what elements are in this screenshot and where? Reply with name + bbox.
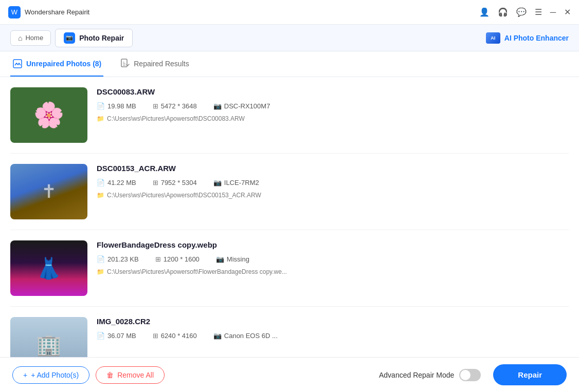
folder-icon: 📁 bbox=[97, 268, 104, 275]
nav-bar: ⌂ Home 📷 Photo Repair AI AI Photo Enhanc… bbox=[0, 25, 579, 51]
close-button[interactable]: ✕ bbox=[564, 7, 571, 17]
photo-item: FlowerBandageDress copy.webp 📄 201.23 KB… bbox=[10, 230, 569, 307]
camera-icon: 📷 bbox=[213, 332, 222, 340]
headphone-icon[interactable]: 🎧 bbox=[498, 7, 508, 17]
unrepaired-tab-icon bbox=[12, 59, 23, 69]
file-size: 📄 36.07 MB bbox=[97, 332, 136, 340]
file-size: 📄 41.22 MB bbox=[97, 179, 136, 186]
bottom-left: + + Add Photo(s) 🗑 Remove All bbox=[12, 366, 165, 384]
file-icon: 📄 bbox=[97, 179, 105, 186]
photo-name: DSC00153_ACR.ARW bbox=[97, 164, 569, 173]
file-icon: 📄 bbox=[97, 102, 105, 110]
photo-repair-icon: 📷 bbox=[64, 32, 75, 44]
dimension-icon: ⊞ bbox=[153, 179, 158, 186]
photo-repair-label: Photo Repair bbox=[79, 34, 124, 42]
menu-icon[interactable]: ☰ bbox=[535, 7, 542, 17]
home-label: Home bbox=[25, 34, 43, 42]
tab-bar: Unrepaired Photos (8) Repaired Results bbox=[0, 51, 579, 77]
camera-model: 📷 ILCE-7RM2 bbox=[213, 179, 259, 186]
dimensions: ⊞ 7952 * 5304 bbox=[153, 179, 197, 186]
svg-rect-1 bbox=[121, 59, 127, 67]
minimize-button[interactable]: ─ bbox=[550, 8, 556, 17]
add-photos-button[interactable]: + + Add Photo(s) bbox=[12, 366, 89, 384]
account-icon[interactable]: 👤 bbox=[479, 7, 490, 17]
bottom-right: Advanced Repair Mode Repair bbox=[379, 364, 567, 385]
title-bar-controls: 👤 🎧 💬 ☰ ─ ✕ bbox=[479, 7, 571, 17]
dimension-icon: ⊞ bbox=[153, 332, 158, 340]
file-size: 📄 201.23 KB bbox=[97, 255, 139, 263]
camera-model: 📷 Canon EOS 6D ... bbox=[213, 332, 278, 340]
photo-repair-section: 📷 Photo Repair bbox=[55, 29, 133, 47]
file-size: 📄 19.98 MB bbox=[97, 102, 136, 110]
ai-enhancer-label: AI Photo Enhancer bbox=[504, 34, 569, 42]
tab-unrepaired[interactable]: Unrepaired Photos (8) bbox=[10, 51, 103, 77]
add-icon: + bbox=[23, 371, 27, 379]
dimensions: ⊞ 6240 * 4160 bbox=[153, 332, 197, 340]
chat-icon[interactable]: 💬 bbox=[516, 7, 527, 17]
remove-all-button[interactable]: 🗑 Remove All bbox=[96, 366, 165, 384]
file-path: 📁 C:\Users\ws\Pictures\Apowersoft\Flower… bbox=[97, 268, 569, 275]
title-bar-left: W Wondershare Repairit bbox=[8, 6, 89, 18]
camera-icon: 📷 bbox=[213, 102, 222, 110]
photo-info: DSC00153_ACR.ARW 📄 41.22 MB ⊞ 7952 * 530… bbox=[97, 164, 569, 199]
advanced-mode-toggle[interactable] bbox=[459, 369, 481, 381]
app-title: Wondershare Repairit bbox=[25, 8, 89, 16]
file-icon: 📄 bbox=[97, 332, 105, 340]
folder-icon: 📁 bbox=[97, 115, 104, 122]
camera-model: 📷 DSC-RX100M7 bbox=[213, 102, 270, 110]
photo-name: FlowerBandageDress copy.webp bbox=[97, 240, 569, 249]
dimension-icon: ⊞ bbox=[153, 102, 158, 110]
photo-thumbnail bbox=[10, 317, 87, 357]
camera-icon: 📷 bbox=[216, 255, 224, 263]
photo-info: DSC00083.ARW 📄 19.98 MB ⊞ 5472 * 3648 📷 … bbox=[97, 87, 569, 122]
bottom-bar: + + Add Photo(s) 🗑 Remove All Advanced R… bbox=[0, 357, 579, 392]
camera-model: 📷 Missing bbox=[216, 255, 249, 263]
tab-repaired-label: Repaired Results bbox=[134, 60, 189, 68]
app-icon: W bbox=[8, 6, 21, 18]
photo-name: IMG_0028.CR2 bbox=[97, 317, 569, 326]
repaired-tab-icon bbox=[120, 59, 130, 69]
camera-icon: 📷 bbox=[213, 179, 222, 186]
advanced-mode-label: Advanced Repair Mode bbox=[379, 371, 454, 379]
advanced-mode-control: Advanced Repair Mode bbox=[379, 369, 481, 381]
photo-meta: 📄 19.98 MB ⊞ 5472 * 3648 📷 DSC-RX100M7 bbox=[97, 102, 569, 110]
photo-thumbnail bbox=[10, 240, 87, 296]
file-path: 📁 C:\Users\ws\Pictures\Apowersoft\DSC001… bbox=[97, 192, 569, 199]
repair-button[interactable]: Repair bbox=[493, 364, 567, 385]
ai-enhancer-button[interactable]: AI AI Photo Enhancer bbox=[486, 32, 569, 44]
file-icon: 📄 bbox=[97, 255, 105, 263]
remove-label: Remove All bbox=[117, 371, 154, 379]
main-content: Unrepaired Photos (8) Repaired Results D… bbox=[0, 51, 579, 357]
dimensions: ⊞ 1200 * 1600 bbox=[155, 255, 200, 263]
photo-name: DSC00083.ARW bbox=[97, 87, 569, 96]
home-button[interactable]: ⌂ Home bbox=[10, 30, 51, 46]
file-path: 📁 C:\Users\ws\Pictures\Apowersoft\DSC000… bbox=[97, 115, 569, 122]
title-bar: W Wondershare Repairit 👤 🎧 💬 ☰ ─ ✕ bbox=[0, 0, 579, 25]
photo-item: DSC00083.ARW 📄 19.98 MB ⊞ 5472 * 3648 📷 … bbox=[10, 77, 569, 154]
dimension-icon: ⊞ bbox=[155, 255, 161, 263]
nav-left: ⌂ Home 📷 Photo Repair bbox=[10, 29, 133, 47]
tab-unrepaired-label: Unrepaired Photos (8) bbox=[26, 60, 101, 68]
trash-icon: 🗑 bbox=[106, 371, 114, 379]
photo-info: FlowerBandageDress copy.webp 📄 201.23 KB… bbox=[97, 240, 569, 275]
photo-meta: 📄 36.07 MB ⊞ 6240 * 4160 📷 Canon EOS 6D … bbox=[97, 332, 569, 340]
tab-repaired[interactable]: Repaired Results bbox=[118, 51, 191, 77]
add-label: + Add Photo(s) bbox=[31, 371, 79, 379]
dimensions: ⊞ 5472 * 3648 bbox=[153, 102, 197, 110]
photo-thumbnail bbox=[10, 87, 87, 143]
photo-item: DSC00153_ACR.ARW 📄 41.22 MB ⊞ 7952 * 530… bbox=[10, 154, 569, 230]
ai-badge: AI bbox=[486, 32, 500, 44]
photo-thumbnail bbox=[10, 164, 87, 219]
home-icon: ⌂ bbox=[18, 34, 22, 42]
photo-item: IMG_0028.CR2 📄 36.07 MB ⊞ 6240 * 4160 📷 … bbox=[10, 307, 569, 357]
photo-meta: 📄 201.23 KB ⊞ 1200 * 1600 📷 Missing bbox=[97, 255, 569, 263]
repair-label: Repair bbox=[518, 370, 542, 379]
photo-info: IMG_0028.CR2 📄 36.07 MB ⊞ 6240 * 4160 📷 … bbox=[97, 317, 569, 345]
photo-list: DSC00083.ARW 📄 19.98 MB ⊞ 5472 * 3648 📷 … bbox=[0, 77, 579, 357]
folder-icon: 📁 bbox=[97, 192, 104, 199]
photo-meta: 📄 41.22 MB ⊞ 7952 * 5304 📷 ILCE-7RM2 bbox=[97, 179, 569, 186]
